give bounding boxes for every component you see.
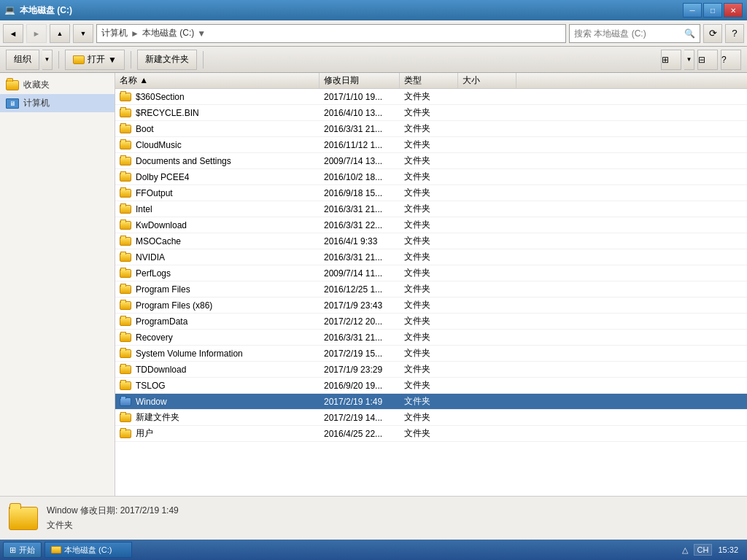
file-date: 2016/9/20 19... (320, 381, 400, 391)
folder-icon (120, 365, 131, 374)
file-type: 文件夹 (400, 315, 458, 327)
file-name: 用户 (136, 427, 153, 440)
file-date: 2017/2/12 20... (320, 316, 400, 327)
table-row[interactable]: Intel2016/3/31 21...文件夹 (115, 201, 747, 217)
file-date: 2016/12/25 1... (320, 284, 400, 295)
col-header-type[interactable]: 类型 (400, 73, 458, 88)
table-row[interactable]: KwDownload2016/3/31 22...文件夹 (115, 217, 747, 233)
start-button[interactable]: ⊞ 开始 (3, 542, 42, 558)
table-row[interactable]: TDDownload2017/1/9 23:29文件夹 (115, 362, 747, 378)
table-row[interactable]: PerfLogs2009/7/14 11...文件夹 (115, 265, 747, 281)
table-row[interactable]: FFOutput2016/9/18 15...文件夹 (115, 185, 747, 201)
table-row[interactable]: Program Files (x86)2017/1/9 23:43文件夹 (115, 298, 747, 314)
file-date: 2016/4/10 13... (320, 108, 400, 118)
refresh-button[interactable]: ⟳ (703, 24, 722, 43)
close-button[interactable]: ✕ (724, 3, 743, 18)
file-name: FFOutput (136, 188, 173, 198)
address-bar: ◄ ► ▲ ▼ 计算机 ► 本地磁盘 (C:) ▼ 🔍 ⟳ ? (0, 20, 747, 47)
taskbar-item-label: 本地磁盘 (C:) (64, 545, 112, 556)
status-folder-icon (9, 507, 38, 530)
minimize-button[interactable]: ─ (683, 3, 702, 18)
file-type: 文件夹 (400, 331, 458, 343)
table-row[interactable]: Window2017/2/19 1:49文件夹 (115, 394, 747, 410)
file-type: 文件夹 (400, 267, 458, 279)
file-type: 文件夹 (400, 122, 458, 135)
start-label: 开始 (19, 545, 35, 556)
view-dropdown[interactable]: ▼ (684, 50, 694, 70)
table-row[interactable]: Program Files2016/12/25 1...文件夹 (115, 281, 747, 298)
folder-icon (120, 253, 131, 262)
view-button[interactable]: ⊞ (661, 50, 681, 70)
table-row[interactable]: ProgramData2017/2/12 20...文件夹 (115, 314, 747, 330)
file-type: 文件夹 (400, 395, 458, 408)
folder-icon (120, 237, 131, 246)
computer-label: 计算机 (23, 97, 50, 109)
restore-button[interactable]: □ (703, 3, 722, 18)
table-row[interactable]: TSLOG2016/9/20 19...文件夹 (115, 378, 747, 394)
folder-icon (120, 109, 131, 117)
file-name: $360Section (136, 92, 185, 102)
sidebar-item-favorites[interactable]: 收藏夹 (0, 76, 115, 94)
file-name: MSOCache (136, 236, 181, 246)
preview-button[interactable]: ⊟ (697, 50, 718, 70)
file-name: 新建文件夹 (136, 411, 179, 424)
file-date: 2017/1/10 19... (320, 92, 400, 102)
systray-icons: △ (682, 545, 688, 555)
breadcrumb[interactable]: 计算机 ► 本地磁盘 (C:) ▼ (96, 24, 566, 43)
file-type: 文件夹 (400, 235, 458, 247)
table-row[interactable]: 新建文件夹2017/2/19 14...文件夹 (115, 410, 747, 426)
forward-button[interactable]: ► (26, 24, 47, 43)
help-button[interactable]: ? (725, 24, 744, 43)
search-input[interactable] (574, 28, 684, 39)
organize-dropdown[interactable]: ▼ (42, 50, 53, 70)
taskbar-active-item[interactable]: 本地磁盘 (C:) (44, 542, 132, 558)
file-date: 2017/2/19 1:49 (320, 397, 400, 407)
taskbar: ⊞ 开始 本地磁盘 (C:) △ CH 15:32 (0, 540, 747, 560)
table-row[interactable]: CloudMusic2016/11/12 1...文件夹 (115, 137, 747, 153)
sidebar-item-computer[interactable]: 🖥 计算机 (0, 94, 115, 112)
folder-icon (120, 381, 131, 390)
language-button[interactable]: CH (694, 544, 713, 556)
favorites-label: 收藏夹 (23, 79, 50, 91)
folder-icon (120, 285, 131, 294)
back-button[interactable]: ◄ (3, 24, 23, 43)
main-layout: 收藏夹 🖥 计算机 名称 ▲ 修改日期 类型 大小 $360Section201… (0, 73, 747, 496)
table-row[interactable]: MSOCache2016/4/1 9:33文件夹 (115, 233, 747, 249)
breadcrumb-drive[interactable]: 本地磁盘 (C:) (142, 27, 194, 39)
folder-icon (120, 349, 131, 358)
file-date: 2016/10/2 18... (320, 172, 400, 182)
col-header-size[interactable]: 大小 (458, 73, 516, 88)
new-folder-button[interactable]: 新建文件夹 (137, 50, 197, 70)
menu-button[interactable]: ▼ (73, 24, 93, 43)
open-dropdown: ▼ (108, 55, 117, 65)
folder-icon (120, 157, 131, 166)
folder-icon (120, 205, 131, 214)
table-row[interactable]: Documents and Settings2009/7/14 13...文件夹 (115, 153, 747, 169)
file-type: 文件夹 (400, 171, 458, 183)
folder-icon (120, 221, 131, 230)
table-row[interactable]: 用户2016/4/25 22...文件夹 (115, 426, 747, 442)
search-box[interactable]: 🔍 (569, 24, 700, 43)
breadcrumb-computer[interactable]: 计算机 (101, 27, 128, 39)
file-type: 文件夹 (400, 363, 458, 376)
table-row[interactable]: NVIDIA2016/3/31 21...文件夹 (115, 249, 747, 265)
table-row[interactable]: $RECYCLE.BIN2016/4/10 13...文件夹 (115, 105, 747, 121)
table-row[interactable]: Dolby PCEE42016/10/2 18...文件夹 (115, 169, 747, 185)
table-row[interactable]: $360Section2017/1/10 19...文件夹 (115, 89, 747, 105)
open-button[interactable]: 打开 ▼ (65, 50, 125, 70)
table-row[interactable]: Recovery2016/3/31 21...文件夹 (115, 330, 747, 346)
organize-button[interactable]: 组织 (6, 50, 39, 70)
search-icon: 🔍 (684, 28, 695, 39)
col-header-name[interactable]: 名称 ▲ (115, 73, 320, 88)
file-list: 名称 ▲ 修改日期 类型 大小 $360Section2017/1/10 19.… (115, 73, 747, 496)
table-row[interactable]: Boot2016/3/31 21...文件夹 (115, 121, 747, 137)
col-header-date[interactable]: 修改日期 (320, 73, 400, 88)
folder-icon-toolbar (73, 55, 85, 64)
help-toolbar-button[interactable]: ? (721, 50, 741, 70)
table-row[interactable]: System Volume Information2017/2/19 15...… (115, 346, 747, 362)
up-button[interactable]: ▲ (50, 24, 70, 43)
file-name: NVIDIA (136, 252, 165, 262)
file-type: 文件夹 (400, 155, 458, 167)
folder-icon (120, 301, 131, 310)
sidebar: 收藏夹 🖥 计算机 (0, 73, 115, 496)
